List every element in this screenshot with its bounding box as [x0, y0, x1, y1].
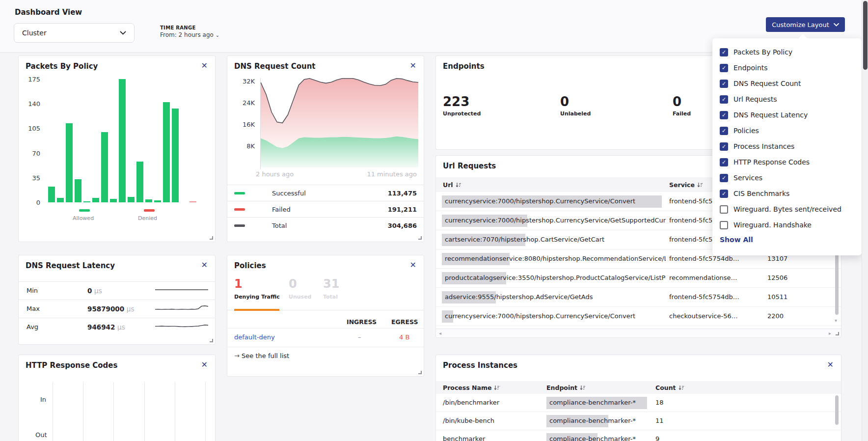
- menu-item-endpoints[interactable]: ✓Endpoints: [712, 60, 862, 76]
- menu-item-dns-request-count[interactable]: ✓DNS Request Count: [712, 76, 862, 91]
- chevron-down-icon: [120, 31, 126, 35]
- close-icon[interactable]: ✕: [410, 62, 416, 70]
- latency-label: Avg: [27, 323, 38, 331]
- card-title: Process Instances: [443, 361, 517, 370]
- dns-area-chart: [261, 78, 418, 169]
- legend-label: Denied: [138, 215, 157, 221]
- process-table-vertical-scrollbar[interactable]: [835, 395, 839, 425]
- close-icon[interactable]: ✕: [201, 261, 208, 269]
- url-cell: currencyservice:7000/hipstershop.Currenc…: [445, 197, 635, 205]
- menu-item-policies[interactable]: ✓Policies: [712, 123, 862, 138]
- url-cell: cartservice:7070/hipstershop.CartService…: [445, 236, 604, 243]
- chevron-down-icon: [834, 23, 839, 27]
- menu-item-cis-benchmarks[interactable]: ✓CIS Benchmarks: [712, 186, 862, 201]
- policy-name-link[interactable]: default-deny: [234, 333, 275, 341]
- gridline: [175, 382, 175, 441]
- checkbox-checked[interactable]: ✓: [720, 142, 728, 151]
- process-name-column-header[interactable]: Process Name: [443, 384, 499, 391]
- count-cell: 9: [655, 435, 659, 441]
- scroll-down-arrow-icon[interactable]: ▾: [835, 318, 837, 323]
- allowed-bar: [136, 162, 143, 202]
- resize-handle[interactable]: [210, 339, 213, 342]
- menu-item-dns-request-latency[interactable]: ✓DNS Request Latency: [712, 107, 862, 123]
- allowed-bar: [83, 201, 90, 203]
- time-range-control[interactable]: From: 2 hours ago ⌄: [160, 31, 219, 38]
- sort-icon: [580, 385, 585, 390]
- divider: [227, 347, 424, 347]
- resize-handle[interactable]: [418, 371, 422, 374]
- menu-item-label: Process Instances: [733, 142, 794, 150]
- legend-swatch: [234, 224, 245, 227]
- checkbox-checked[interactable]: ✓: [720, 111, 728, 119]
- service-cell: recommendationse…: [669, 274, 737, 281]
- close-icon[interactable]: ✕: [410, 261, 416, 269]
- menu-item-label: Packets By Policy: [733, 48, 792, 56]
- menu-item-packets-by-policy[interactable]: ✓Packets By Policy: [712, 44, 862, 60]
- menu-item-url-requests[interactable]: ✓Url Requests: [712, 91, 862, 107]
- process-table-header: Process Name Endpoint Count: [436, 381, 841, 394]
- dns-x-start-label: 2 hours ago: [256, 170, 294, 178]
- endpoint-cell: compliance-benchmarker-*: [549, 417, 636, 424]
- legend-label: Failed: [272, 206, 291, 213]
- endpoint-cell: compliance-benchmarker-*: [549, 399, 636, 406]
- customize-layout-button[interactable]: Customize Layout: [766, 17, 845, 32]
- policies-tab-denying-traffic[interactable]: 1 Denying Traffic: [234, 277, 280, 300]
- allowed-bar: [110, 199, 117, 202]
- scroll-right-arrow-icon[interactable]: ▸: [829, 331, 831, 336]
- close-icon[interactable]: ✕: [201, 361, 208, 369]
- service-cell: checkoutservice-56…: [669, 312, 738, 320]
- close-icon[interactable]: ✕: [827, 361, 834, 369]
- close-icon[interactable]: ✕: [201, 62, 208, 70]
- see-full-list-link[interactable]: → See the full list: [234, 352, 289, 359]
- checkbox-checked[interactable]: ✓: [720, 174, 728, 182]
- page-scrollbar-thumb[interactable]: [863, 1, 868, 70]
- url-column-header[interactable]: Url: [443, 181, 461, 189]
- card-title: Url Requests: [443, 162, 496, 170]
- checkbox-checked[interactable]: ✓: [720, 64, 728, 72]
- endpoints-stat-failed: 0 Failed: [673, 94, 691, 117]
- sort-icon: [697, 182, 703, 188]
- checkbox-checked[interactable]: ✓: [720, 95, 728, 104]
- latency-value: 946942 µs: [87, 323, 125, 331]
- menu-item-http-response-codes[interactable]: ✓HTTP Response Codes: [712, 154, 862, 170]
- service-column-header[interactable]: Service: [669, 181, 703, 189]
- url-cell: currencyservice:7000/hipstershop.Currenc…: [445, 312, 635, 320]
- policies-tab-unused[interactable]: 0 Unused: [289, 277, 311, 300]
- y-axis-tick: 0: [21, 199, 40, 206]
- allowed-bar: [57, 198, 64, 202]
- checkbox-checked[interactable]: ✓: [720, 190, 728, 198]
- denied-bar: [190, 201, 196, 203]
- process-name-cell: /bin/benchmarker: [443, 399, 499, 406]
- checkbox-checked[interactable]: ✓: [720, 127, 728, 135]
- menu-item-process-instances[interactable]: ✓Process Instances: [712, 138, 862, 154]
- show-all-link[interactable]: Show All: [720, 236, 753, 244]
- policies-tab-total[interactable]: 31 Total: [323, 277, 339, 300]
- sort-icon: [678, 385, 684, 390]
- resize-handle[interactable]: [836, 332, 839, 335]
- menu-item-wireguard-bytes-sent-received[interactable]: Wireguard. Bytes sent/received: [712, 201, 862, 217]
- view-scope-select[interactable]: Cluster: [14, 23, 135, 43]
- checkbox-unchecked[interactable]: [720, 205, 728, 214]
- page-scrollbar[interactable]: [862, 0, 868, 441]
- checkbox-unchecked[interactable]: [720, 221, 728, 229]
- http-row-label-out: Out: [35, 431, 47, 439]
- checkbox-checked[interactable]: ✓: [720, 48, 728, 56]
- url-table-horizontal-scrollbar[interactable]: ◂ ▸: [436, 329, 841, 337]
- endpoint-column-header[interactable]: Endpoint: [546, 384, 585, 391]
- count-cell: 10511: [767, 293, 787, 301]
- latency-row-min: Min0 µs: [19, 281, 215, 300]
- resize-handle[interactable]: [210, 236, 213, 240]
- menu-item-wireguard-handshake[interactable]: Wireguard. Handshake: [712, 217, 862, 233]
- card-title: DNS Request Count: [234, 62, 316, 71]
- url-table-row: productcatalogservice:3550/hipstershop.P…: [436, 269, 841, 288]
- count-column-header[interactable]: Count: [655, 384, 684, 391]
- checkbox-checked[interactable]: ✓: [720, 80, 728, 88]
- y-axis-tick: 175: [21, 76, 40, 83]
- scroll-left-arrow-icon[interactable]: ◂: [439, 331, 441, 336]
- url-cell: productcatalogservice:3550/hipstershop.P…: [445, 274, 666, 281]
- checkbox-checked[interactable]: ✓: [720, 158, 728, 166]
- menu-item-services[interactable]: ✓Services: [712, 170, 862, 186]
- menu-item-label: DNS Request Count: [733, 80, 801, 87]
- resize-handle[interactable]: [418, 236, 422, 240]
- dashboard-root: Dashboard View Cluster TIME RANGE From: …: [0, 0, 868, 441]
